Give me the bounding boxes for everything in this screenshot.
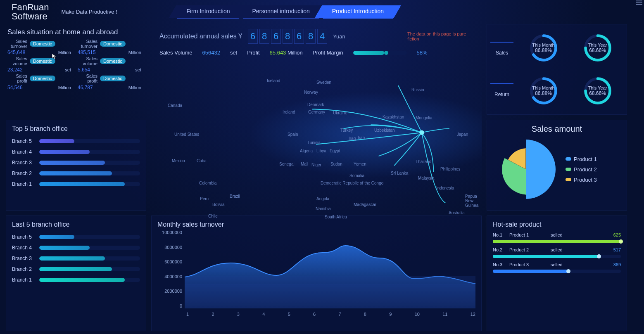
x-tick: 3 xyxy=(237,312,240,317)
arc-title: This Month xyxy=(532,85,554,90)
bar-name: Branch 3 xyxy=(12,256,36,261)
notice-text: The data on this page is pure fiction xyxy=(407,31,473,41)
domestic-badge[interactable]: Domestic xyxy=(100,58,126,64)
sales-situation-panel: Sales situation at home and abroad Sales… xyxy=(6,24,146,115)
bar-name: Branch 2 xyxy=(12,266,36,272)
y-tick: 10000000 xyxy=(157,230,182,235)
accumulated-row: Accumulated annual sales ¥ 6 8 6 8 6 8 4… xyxy=(159,29,473,44)
bar-row: Branch 5 xyxy=(12,138,140,144)
sit-unit: set xyxy=(135,67,145,72)
hs-rank: No.2 xyxy=(493,247,509,252)
bar-row: Branch 1 xyxy=(12,277,140,283)
arc-pct: 68.66% xyxy=(588,90,607,96)
pie-chart[interactable] xyxy=(493,136,559,202)
arc-title: This Year xyxy=(588,43,607,47)
kpi-profit-label: Profit xyxy=(247,50,259,56)
kpi-pm-value: 58% xyxy=(417,50,428,56)
legend-item[interactable]: Product 2 xyxy=(566,166,597,173)
hotsale-row: No.1 Product 1 selled 625 xyxy=(493,232,621,243)
arc-grid: This Month86.88% This Year68.66% This Mo… xyxy=(518,28,623,111)
hs-value: 369 xyxy=(613,262,621,267)
kpi-sv-label: Sales Volume xyxy=(159,50,192,56)
sit-unit: Million xyxy=(128,85,145,90)
sit-unit: Million xyxy=(128,50,145,55)
x-tick: 6 xyxy=(313,312,316,317)
kpi-profit-unit: Million xyxy=(288,50,303,56)
map-lines-icon xyxy=(151,70,482,211)
bar-name: Branch 3 xyxy=(12,160,36,166)
bar-row: Branch 4 xyxy=(12,149,140,155)
hs-track[interactable] xyxy=(493,255,621,258)
hotsale-panel: Hot-sale product No.1 Product 1 selled 6… xyxy=(487,216,627,331)
bar-track xyxy=(39,256,140,261)
hotsale-row: No.3 Product 3 selled 369 xyxy=(493,262,621,273)
accumulated-digits: 6 8 6 8 6 8 4 xyxy=(248,29,327,44)
bar-track xyxy=(39,182,140,186)
kpi-sv-unit: set xyxy=(230,50,237,56)
x-tick: 10 xyxy=(415,312,420,317)
profit-margin-bar[interactable] xyxy=(353,51,407,55)
arc-title: This Month xyxy=(532,43,554,47)
bar-track xyxy=(39,246,140,250)
situation-col-right: Sales turnoverDomestic 485,515Million Sa… xyxy=(78,39,145,90)
hs-track[interactable] xyxy=(493,270,621,273)
arc-sales-year: This Year68.66% xyxy=(572,28,623,68)
legend-item[interactable]: Product 3 xyxy=(566,177,597,183)
bar-track xyxy=(39,139,140,143)
sit-lab: Sales profit xyxy=(78,73,97,83)
kpi-profit-value: 65.643 xyxy=(270,50,286,56)
digit: 6 xyxy=(248,29,258,44)
world-map[interactable]: IcelandSwedenNorwayRussiaCanadaIrelandDe… xyxy=(151,70,482,211)
arc-return-month: This Month86.88% xyxy=(518,71,569,111)
x-tick: 4 xyxy=(262,312,265,317)
last5-title: Last 5 branch office xyxy=(12,221,140,228)
tab-personnel-label: Personnel introduction xyxy=(252,8,309,14)
arc-sales-label: Sales xyxy=(490,42,513,56)
sit-value: 46,787 xyxy=(78,85,93,90)
x-tick: 7 xyxy=(338,312,341,317)
domestic-badge[interactable]: Domestic xyxy=(100,41,126,47)
x-tick: 2 xyxy=(211,312,214,317)
tab-product[interactable]: Product Introduction xyxy=(323,5,393,19)
monthly-chart[interactable]: 10000000 8000000 6000000 4000000 2000000… xyxy=(157,230,475,317)
bar-name: Branch 1 xyxy=(12,277,36,283)
nav-tabs: Firm Introduction Personnel introduction… xyxy=(177,5,393,19)
domestic-badge[interactable]: Domestic xyxy=(100,76,126,81)
legend-item[interactable]: Product 1 xyxy=(566,156,597,162)
monthly-panel: Monthly sales turnover 10000000 8000000 … xyxy=(151,216,482,331)
accumulated-label: Accumulated annual sales ¥ xyxy=(159,33,242,40)
domestic-badge[interactable]: Domestic xyxy=(30,58,55,64)
bar-name: Branch 1 xyxy=(12,181,36,187)
hotsale-list: No.1 Product 1 selled 625 No.2 Product 2… xyxy=(493,232,621,273)
sit-value: 23,242 xyxy=(7,67,23,73)
hs-track[interactable] xyxy=(493,240,621,243)
digit: 6 xyxy=(294,29,304,44)
bar-row: Branch 3 xyxy=(12,256,140,261)
sit-value: 645,648 xyxy=(7,50,25,55)
hotsale-title: Hot-sale product xyxy=(493,221,621,228)
tab-firm-label: Firm Introduction xyxy=(186,8,230,14)
bar-row: Branch 4 xyxy=(12,245,140,251)
brand-line1: FanRuan xyxy=(12,3,49,12)
sit-lab: Sales turnover xyxy=(7,39,27,49)
domestic-badge[interactable]: Domestic xyxy=(30,76,55,81)
sales-return-arcs-panel: Sales Return This Month86.88% This Year6… xyxy=(487,24,627,115)
sit-lab: Sales profit xyxy=(7,73,27,83)
kpi-sv-value: 656432 xyxy=(202,50,220,56)
legend-label: Product 1 xyxy=(574,156,597,162)
digit: 8 xyxy=(259,29,269,44)
hs-value: 625 xyxy=(613,232,621,237)
sit-unit: Million xyxy=(58,50,74,55)
hs-name: Product 1 xyxy=(509,232,551,237)
x-tick: 5 xyxy=(288,312,290,317)
tab-firm[interactable]: Firm Introduction xyxy=(177,5,239,19)
sit-value: 54,546 xyxy=(7,85,23,90)
domestic-badge[interactable]: Domestic xyxy=(30,41,55,47)
tab-personnel[interactable]: Personnel introduction xyxy=(243,5,318,19)
bar-track xyxy=(39,161,140,165)
sit-value: 485,515 xyxy=(78,50,95,55)
x-tick: 1 xyxy=(186,312,189,317)
hamburger-icon[interactable] xyxy=(636,0,642,6)
svg-point-4 xyxy=(419,130,424,135)
bar-row: Branch 2 xyxy=(12,266,140,272)
